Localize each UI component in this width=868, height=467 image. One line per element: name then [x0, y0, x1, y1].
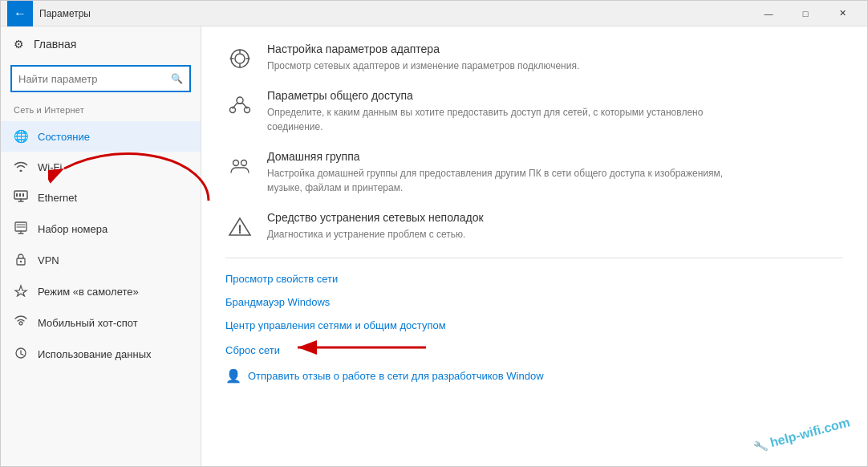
- back-button[interactable]: ←: [7, 1, 33, 26]
- home-icon: ⚙: [14, 38, 24, 51]
- section-label: Сеть и Интернет: [1, 102, 201, 121]
- svg-point-13: [239, 232, 241, 234]
- minimize-button[interactable]: —: [750, 1, 787, 26]
- svg-point-8: [237, 97, 243, 104]
- reset-row: Сброс сети: [225, 343, 843, 357]
- sidebar-item-wifi[interactable]: Wi-Fi: [1, 152, 201, 182]
- sidebar: ⚙ Главная 🔍 Сеть и Интернет 🌐 Состояние: [1, 26, 201, 466]
- maximize-button[interactable]: □: [787, 1, 824, 26]
- status-icon: 🌐: [14, 129, 28, 144]
- troubleshoot-icon: [225, 213, 254, 242]
- content-area: ⚙ Главная 🔍 Сеть и Интернет 🌐 Состояние: [1, 26, 867, 466]
- home-label: Главная: [34, 38, 76, 51]
- troubleshoot-desc: Диагностика и устранение проблем с сетью…: [267, 227, 484, 242]
- svg-point-3: [20, 261, 22, 262]
- sidebar-home-item[interactable]: ⚙ Главная: [1, 26, 201, 62]
- sidebar-item-hotspot-label: Мобильный хот-спот: [38, 317, 138, 329]
- reset-arrow: [290, 336, 434, 359]
- window-controls: — □ ✕: [750, 1, 861, 26]
- sharing-icon: [225, 91, 254, 120]
- dialup-icon: [14, 221, 28, 237]
- network-center-link[interactable]: Центр управления сетями и общим доступом: [225, 319, 843, 331]
- adapter-item: Настройка параметров адаптера Просмотр с…: [225, 43, 843, 73]
- sidebar-item-vpn[interactable]: VPN: [1, 245, 201, 276]
- sidebar-item-status[interactable]: 🌐 Состояние: [1, 121, 201, 152]
- search-box[interactable]: 🔍: [10, 65, 191, 92]
- homegroup-item: Домашняя группа Настройка домашней групп…: [225, 150, 843, 195]
- reset-network-link[interactable]: Сброс сети: [225, 344, 280, 356]
- sidebar-item-hotspot[interactable]: Мобильный хот-спот: [1, 307, 201, 339]
- main-content: Настройка параметров адаптера Просмотр с…: [201, 26, 867, 466]
- adapter-desc: Просмотр сетевых адаптеров и изменение п…: [267, 59, 579, 73]
- homegroup-desc: Настройка домашней группы для предоставл…: [267, 166, 732, 195]
- vpn-icon: [14, 253, 28, 268]
- sidebar-item-datausage[interactable]: Использование данных: [1, 339, 201, 370]
- close-button[interactable]: ✕: [824, 1, 861, 26]
- sidebar-item-airplane[interactable]: Режим «в самолете»: [1, 276, 201, 307]
- homegroup-icon: [225, 152, 254, 181]
- sidebar-item-vpn-label: VPN: [38, 254, 59, 266]
- svg-point-12: [241, 160, 247, 166]
- adapter-title: Настройка параметров адаптера: [267, 43, 579, 55]
- sharing-desc: Определите, к каким данным вы хотите пре…: [267, 105, 732, 134]
- sidebar-item-datausage-label: Использование данных: [38, 348, 152, 360]
- sharing-title: Параметры общего доступа: [267, 89, 732, 102]
- adapter-icon: [225, 44, 254, 73]
- watermark-icon: 🔧: [752, 438, 769, 454]
- feedback-row: 👤 Отправить отзыв о работе в сети для ра…: [225, 368, 843, 384]
- svg-point-4: [19, 322, 22, 325]
- troubleshoot-item: Средство устранения сетевых неполадок Ди…: [225, 211, 843, 242]
- sidebar-item-status-label: Состояние: [38, 131, 90, 143]
- sidebar-item-airplane-label: Режим «в самолете»: [38, 286, 139, 298]
- airplane-icon: [14, 284, 28, 299]
- feedback-icon: 👤: [225, 368, 241, 384]
- search-input[interactable]: [18, 73, 171, 85]
- troubleshoot-title: Средство устранения сетевых неполадок: [267, 211, 484, 224]
- svg-point-7: [235, 54, 245, 63]
- window-title: Параметры: [39, 8, 750, 19]
- wifi-icon: [14, 160, 28, 174]
- view-properties-link[interactable]: Просмотр свойств сети: [225, 273, 843, 285]
- search-icon: 🔍: [171, 73, 183, 84]
- watermark: 🔧 help-wifi.com: [752, 415, 852, 454]
- feedback-link[interactable]: Отправить отзыв о работе в сети для разр…: [248, 370, 544, 382]
- titlebar: ← Параметры — □ ✕: [1, 1, 867, 26]
- svg-point-11: [233, 160, 239, 166]
- datausage-icon: [14, 347, 28, 362]
- watermark-text: help-wifi.com: [769, 415, 851, 450]
- hotspot-icon: [14, 315, 28, 331]
- settings-window: ← Параметры — □ ✕ ⚙ Главная 🔍 Сеть и Инт…: [0, 0, 868, 467]
- sidebar-item-ethernet-label: Ethernet: [38, 192, 77, 204]
- sidebar-item-dialup-label: Набор номера: [38, 223, 107, 235]
- firewall-link[interactable]: Брандмауэр Windows: [225, 296, 843, 308]
- ethernet-icon: [14, 190, 28, 205]
- sidebar-item-wifi-label: Wi-Fi: [38, 161, 62, 173]
- divider: [225, 258, 843, 258]
- sidebar-item-ethernet[interactable]: Ethernet: [1, 182, 201, 213]
- sharing-item: Параметры общего доступа Определите, к к…: [225, 89, 843, 134]
- homegroup-title: Домашняя группа: [267, 150, 732, 163]
- sidebar-item-dialup[interactable]: Набор номера: [1, 213, 201, 245]
